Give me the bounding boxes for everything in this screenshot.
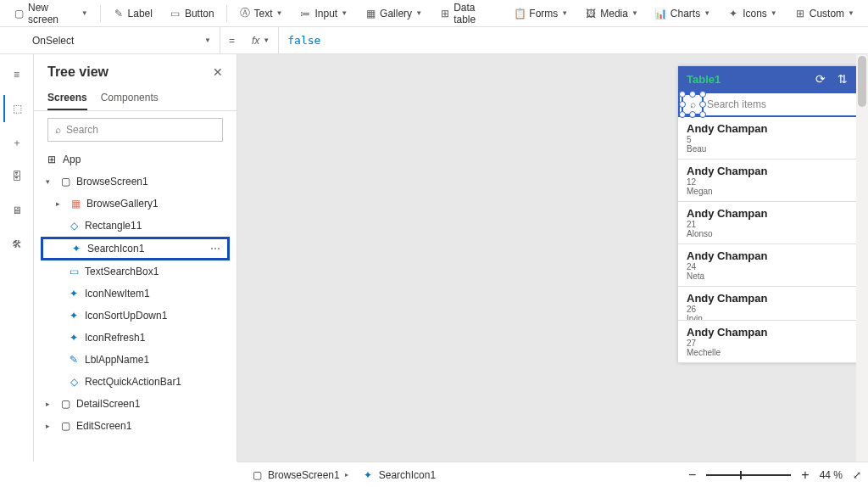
list-item[interactable]: Andy Champan27Mechelle› xyxy=(678,321,868,363)
tree-iconnewitem[interactable]: ✦IconNewItem1 xyxy=(41,283,230,305)
chevron-down-icon: ▼ xyxy=(415,9,422,17)
textbox-icon: ▭ xyxy=(68,266,80,277)
button-icon: ▭ xyxy=(170,8,181,20)
zoom-in-button[interactable]: + xyxy=(801,467,809,483)
input-menu[interactable]: ≔Input▼ xyxy=(292,2,354,25)
button-button[interactable]: ▭Button xyxy=(163,2,221,25)
tree-app[interactable]: ⊞App xyxy=(41,148,230,171)
media-rail-icon[interactable]: 🖥 xyxy=(3,197,31,224)
equals-sign: = xyxy=(220,35,243,47)
chevron-right-icon: ▸ xyxy=(56,199,64,208)
search-icon: ⌕ xyxy=(690,98,696,110)
property-selector[interactable]: OnSelect▼ xyxy=(24,27,220,54)
forms-menu[interactable]: 📋Forms▼ xyxy=(507,2,575,25)
close-icon[interactable]: ✕ xyxy=(213,65,223,79)
zoom-slider[interactable] xyxy=(706,474,791,476)
chevron-down-icon: ▼ xyxy=(632,9,638,17)
vertical-scrollbar[interactable] xyxy=(856,54,868,462)
fullscreen-icon[interactable]: ⤢ xyxy=(853,469,861,481)
label-icon: ✎ xyxy=(68,354,80,366)
search-placeholder: Search items xyxy=(707,98,766,110)
tree-iconrefresh[interactable]: ✦IconRefresh1 xyxy=(41,327,230,349)
list-item[interactable]: Andy Champan12Megan› xyxy=(678,160,868,202)
chevron-down-icon: ▼ xyxy=(561,9,568,17)
label-icon: ✎ xyxy=(113,8,125,20)
preview-gallery: Andy Champan5Beau› Andy Champan12Megan› … xyxy=(678,117,868,363)
icon-control-icon: ✦ xyxy=(68,332,80,344)
tree-editscreen[interactable]: ▸▢EditScreen1 xyxy=(41,415,230,437)
tree-detailscreen[interactable]: ▸▢DetailScreen1 xyxy=(41,393,230,415)
tab-components[interactable]: Components xyxy=(101,87,159,110)
screen-icon: ▢ xyxy=(251,469,263,481)
chevron-down-icon: ▾ xyxy=(46,177,54,186)
refresh-icon[interactable]: ⟳ xyxy=(815,72,826,86)
datatable-button[interactable]: ⊞Data table xyxy=(432,2,504,25)
media-icon: 🖼 xyxy=(585,8,597,20)
custom-menu[interactable]: ⊞Custom▼ xyxy=(787,2,861,25)
panel-title: Tree view xyxy=(47,64,108,80)
tree-rectquickaction[interactable]: ◇RectQuickActionBar1 xyxy=(41,371,230,393)
charts-menu[interactable]: 📊Charts▼ xyxy=(648,2,717,25)
insert-icon[interactable]: ＋ xyxy=(3,129,31,156)
left-rail: ≡ ⬚ ＋ 🗄 🖥 🛠 xyxy=(0,54,34,462)
list-item[interactable]: Andy Champan5Beau› xyxy=(678,117,868,160)
tree-rectangle[interactable]: ◇Rectangle11 xyxy=(41,215,230,237)
preview-title: Table1 xyxy=(687,73,721,86)
more-icon[interactable]: ⋯ xyxy=(210,243,222,255)
sort-icon[interactable]: ⇅ xyxy=(837,72,848,86)
hamburger-icon[interactable]: ≡ xyxy=(3,61,31,88)
tree-browsegallery[interactable]: ▸▦BrowseGallery1 xyxy=(41,193,230,215)
tree-view-icon[interactable]: ⬚ xyxy=(3,95,31,122)
screen-icon: ▢ xyxy=(14,8,25,20)
gallery-icon: ▦ xyxy=(70,198,81,210)
tree-search-input[interactable]: ⌕ Search xyxy=(47,118,223,142)
media-menu[interactable]: 🖼Media▼ xyxy=(578,2,645,25)
tab-screens[interactable]: Screens xyxy=(47,87,87,110)
icon-control-icon: ✦ xyxy=(70,243,82,255)
table-icon: ⊞ xyxy=(439,8,450,20)
selected-search-icon[interactable]: ⌕ xyxy=(682,93,704,115)
zoom-out-button[interactable]: − xyxy=(688,467,696,483)
formula-bar: OnSelect▼ = fx▼ false xyxy=(0,27,868,54)
breadcrumb-control[interactable]: ✦SearchIcon1 xyxy=(355,469,442,481)
formula-input[interactable]: false xyxy=(279,34,868,47)
charts-icon: 📊 xyxy=(655,8,667,20)
tree-textsearchbox[interactable]: ▭TextSearchBox1 xyxy=(41,260,230,283)
chevron-right-icon: ▸ xyxy=(46,400,54,408)
tree-iconsortupdown[interactable]: ✦IconSortUpDown1 xyxy=(41,305,230,327)
chevron-down-icon: ▼ xyxy=(276,9,283,17)
fx-button[interactable]: fx▼ xyxy=(243,27,279,53)
tree-lblappname[interactable]: ✎LblAppName1 xyxy=(41,349,230,371)
icon-control-icon: ✦ xyxy=(68,310,80,322)
chevron-down-icon: ▼ xyxy=(771,9,777,17)
icons-menu[interactable]: ✦Icons▼ xyxy=(721,2,784,25)
gallery-icon: ▦ xyxy=(364,8,376,20)
ribbon-toolbar: ▢New screen▼ ✎Label ▭Button ⒶText▼ ≔Inpu… xyxy=(0,0,868,27)
chevron-down-icon: ▼ xyxy=(704,9,710,17)
chevron-down-icon: ▼ xyxy=(341,9,348,17)
data-icon[interactable]: 🗄 xyxy=(3,163,31,190)
canvas[interactable]: Table1 ⟳ ⇅ ＋ ⌕ Search items Andy Champ xyxy=(237,54,868,462)
tree-searchicon[interactable]: ✦SearchIcon1⋯ xyxy=(41,237,230,260)
chevron-right-icon: ▸ xyxy=(345,471,348,479)
icons-icon: ✦ xyxy=(727,8,739,20)
label-button[interactable]: ✎Label xyxy=(106,2,159,25)
tools-icon[interactable]: 🛠 xyxy=(3,231,31,258)
shape-icon: ◇ xyxy=(68,376,80,388)
tree-browsescreen[interactable]: ▾▢BrowseScreen1 xyxy=(41,171,230,193)
forms-icon: 📋 xyxy=(514,8,526,20)
text-icon: Ⓐ xyxy=(239,8,251,20)
gallery-menu[interactable]: ▦Gallery▼ xyxy=(358,2,429,25)
breadcrumb-screen[interactable]: ▢BrowseScreen1▸ xyxy=(244,469,355,481)
new-screen-button[interactable]: ▢New screen▼ xyxy=(7,2,95,25)
shape-icon: ◇ xyxy=(68,220,80,232)
text-menu[interactable]: ⒶText▼ xyxy=(232,2,290,25)
zoom-value: 44 % xyxy=(820,469,843,481)
list-item[interactable]: Andy Champan26Irvin› xyxy=(678,287,868,321)
custom-icon: ⊞ xyxy=(794,8,806,20)
separator xyxy=(226,5,227,22)
list-item[interactable]: Andy Champan24Neta› xyxy=(678,244,868,287)
status-bar: ▢BrowseScreen1▸ ✦SearchIcon1 − + 44 % ⤢ xyxy=(237,462,868,487)
chevron-down-icon: ▼ xyxy=(81,9,88,17)
list-item[interactable]: Andy Champan21Alonso› xyxy=(678,202,868,244)
